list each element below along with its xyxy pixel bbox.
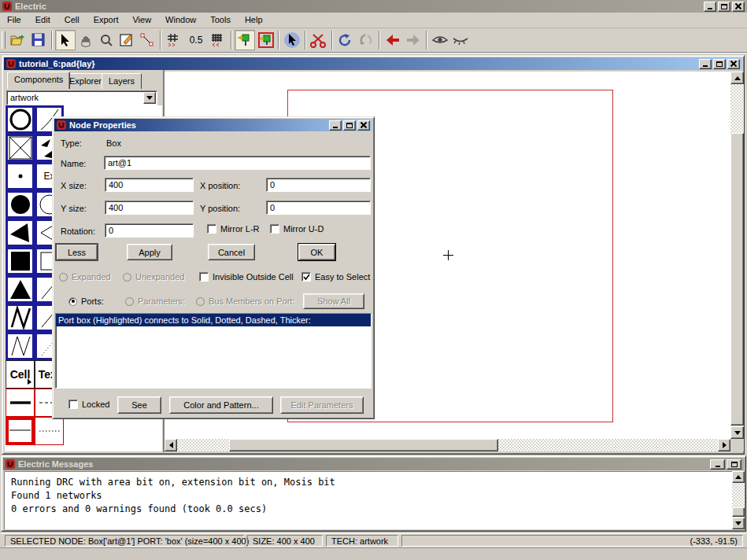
grid-spacing-value[interactable]: 0.5: [184, 35, 208, 46]
x-size-field[interactable]: [105, 178, 194, 192]
palette-cell-solid-line-selected[interactable]: [6, 417, 35, 445]
minimize-button[interactable]: [699, 59, 712, 69]
name-field[interactable]: [104, 156, 371, 170]
save-library-button[interactable]: [28, 30, 49, 50]
grid-icon: [166, 32, 182, 48]
scroll-left-button[interactable]: [165, 439, 177, 451]
palette-cell-thick-line[interactable]: [6, 389, 35, 417]
scroll-down-button[interactable]: [730, 426, 744, 439]
scroll-up-button[interactable]: [730, 72, 744, 84]
palette-cell-closed-polygon[interactable]: [6, 304, 35, 332]
easy-to-select-checkbox[interactable]: Easy to Select: [301, 272, 370, 282]
redo-button[interactable]: [403, 30, 423, 50]
maximize-button[interactable]: [713, 59, 726, 69]
palette-cell-filled-square[interactable]: [6, 247, 35, 275]
menu-tools[interactable]: Tools: [203, 13, 238, 27]
close-button[interactable]: [727, 59, 740, 69]
invisible-outside-cell-checkbox[interactable]: Invisible Outside Cell: [199, 272, 294, 282]
apply-button[interactable]: Apply: [127, 244, 172, 260]
see-button[interactable]: See: [117, 396, 161, 414]
unexpand-view-button[interactable]: [450, 30, 471, 50]
tab-explorer-label: Explorer: [69, 76, 102, 86]
palette-cell-filled-triangle[interactable]: [6, 275, 35, 304]
filled-rotated-triangle-icon: [9, 221, 32, 245]
maximize-button[interactable]: [718, 2, 730, 12]
canvas-vscrollbar[interactable]: [730, 72, 744, 439]
close-button[interactable]: [357, 120, 370, 131]
open-library-button[interactable]: [8, 30, 28, 50]
port-listbox[interactable]: Port box (Highlighted) connects to Solid…: [55, 313, 372, 389]
scroll-up-button[interactable]: [732, 471, 745, 483]
palette-cell-crossed-box[interactable]: [6, 134, 35, 162]
palette-cell-pin[interactable]: [6, 162, 35, 190]
arrow-down-icon: [735, 521, 741, 525]
tab-components[interactable]: Components: [7, 72, 70, 89]
mirror-button[interactable]: [356, 30, 376, 50]
toolbar-grip[interactable]: [2, 31, 6, 49]
close-icon: [730, 61, 737, 67]
toolbar-separator: [160, 31, 161, 50]
cancel-button-label: Cancel: [218, 248, 245, 257]
tab-layers[interactable]: Layers: [102, 73, 142, 89]
x-position-field[interactable]: [266, 178, 371, 192]
maximize-button[interactable]: [343, 120, 356, 131]
minimize-button[interactable]: [329, 120, 342, 131]
scroll-down-button[interactable]: [732, 518, 745, 529]
menu-help[interactable]: Help: [238, 13, 270, 27]
toggle-grid-button[interactable]: [164, 30, 184, 50]
messages-vscroll-thumb[interactable]: [732, 507, 745, 517]
status-bar: SELECTED NODE: Box['art@1'] PORT: 'box' …: [1, 533, 746, 547]
menu-view[interactable]: View: [125, 13, 158, 27]
palette-cell-filled-polygon[interactable]: [6, 219, 35, 247]
messages-console[interactable]: Running DRC with area bit on, extension …: [4, 471, 732, 529]
color-pattern-button[interactable]: Color and Pattern...: [169, 396, 273, 414]
messages-vscrollbar[interactable]: [732, 471, 745, 529]
y-position-field[interactable]: [266, 201, 371, 215]
filled-circle-icon: [9, 193, 32, 216]
less-button[interactable]: Less: [56, 244, 98, 260]
combobox-dropdown-button[interactable]: [143, 92, 156, 104]
palette-cell-circle[interactable]: [6, 105, 35, 134]
ok-button[interactable]: OK: [298, 244, 335, 260]
menu-edit[interactable]: Edit: [28, 13, 57, 27]
canvas-hscrollbar[interactable]: [165, 439, 730, 451]
cut-button[interactable]: [309, 30, 329, 50]
expand-view-button[interactable]: [430, 30, 450, 50]
palette-cell-dotted-hline[interactable]: [35, 417, 64, 445]
mirror-lr-checkbox[interactable]: Mirror L-R: [207, 224, 260, 234]
scroll-right-button[interactable]: [718, 439, 730, 451]
y-size-field[interactable]: [105, 201, 194, 215]
minimize-button[interactable]: [710, 459, 725, 470]
port-list-selected-row[interactable]: Port box (Highlighted) connects to Solid…: [56, 314, 371, 326]
maximize-button[interactable]: [727, 459, 741, 470]
select-mode-button[interactable]: [55, 30, 76, 50]
menu-cell[interactable]: Cell: [57, 13, 87, 27]
palette-cell-cell[interactable]: Cell: [6, 360, 35, 389]
menu-file[interactable]: File: [0, 13, 28, 27]
mirror-ud-checkbox[interactable]: Mirror U-D: [270, 224, 324, 234]
menu-window[interactable]: Window: [158, 13, 203, 27]
wire-mode-button[interactable]: [137, 30, 157, 50]
pin-mode-button[interactable]: [235, 30, 255, 50]
objects-select-button[interactable]: [282, 30, 302, 50]
pan-mode-button[interactable]: [76, 30, 96, 50]
rotation-field[interactable]: [105, 223, 194, 238]
rotate-button[interactable]: [335, 30, 356, 50]
vscroll-thumb[interactable]: [730, 133, 744, 426]
pin-box-mode-button[interactable]: [255, 30, 276, 50]
hscroll-thumb[interactable]: [229, 439, 498, 451]
undo-button[interactable]: [383, 30, 403, 50]
close-button[interactable]: [732, 2, 745, 12]
locked-checkbox[interactable]: Locked: [68, 400, 109, 409]
show-all-button: Show All: [303, 293, 364, 309]
zoom-mode-button[interactable]: [96, 30, 116, 50]
cancel-button[interactable]: Cancel: [208, 244, 255, 260]
toggle-fine-grid-button[interactable]: [208, 30, 228, 50]
palette-cell-opened-polygon[interactable]: [6, 332, 35, 360]
ports-radio[interactable]: Ports:: [68, 297, 104, 306]
palette-cell-filled-circle[interactable]: [6, 190, 35, 219]
minimize-button[interactable]: [704, 2, 716, 12]
technology-combobox[interactable]: artwork: [6, 90, 157, 105]
menu-export[interactable]: Export: [87, 13, 126, 27]
edit-cell-button[interactable]: [116, 30, 137, 50]
